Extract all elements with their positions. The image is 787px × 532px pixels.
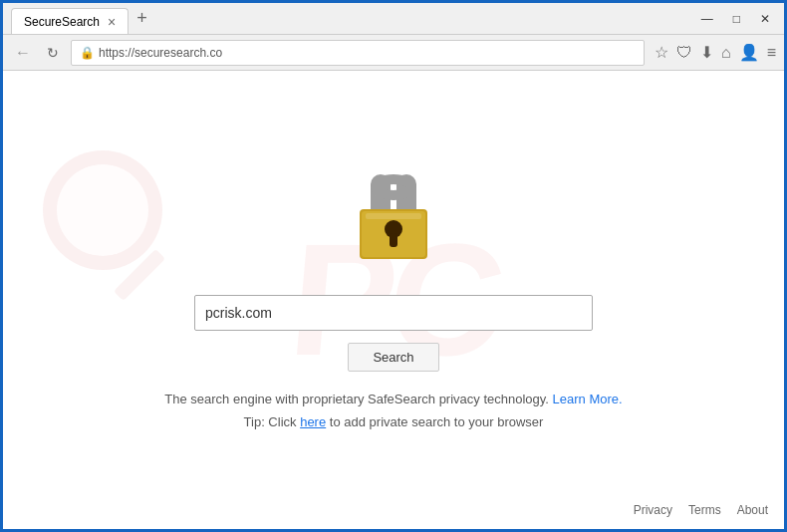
tab-title: SecureSearch xyxy=(24,15,100,29)
ssl-lock-icon: 🔒 xyxy=(80,46,95,60)
toolbar-icons: ☆ 🛡 ⬇ ⌂ 👤 ≡ xyxy=(655,43,776,62)
url-bar[interactable]: 🔒 https://securesearch.co xyxy=(71,40,645,66)
search-input[interactable] xyxy=(194,295,593,331)
refresh-button[interactable]: ↻ xyxy=(41,41,65,65)
info-text: The search engine with proprietary SafeS… xyxy=(164,392,622,406)
tab-bar: SecureSearch × + xyxy=(11,3,687,34)
close-button[interactable]: ✕ xyxy=(754,10,776,28)
info-text-content: The search engine with proprietary SafeS… xyxy=(164,392,549,406)
menu-icon[interactable]: ≡ xyxy=(767,44,776,62)
privacy-link[interactable]: Privacy xyxy=(634,503,672,517)
address-bar: ← ↻ 🔒 https://securesearch.co ☆ 🛡 ⬇ ⌂ 👤 … xyxy=(3,35,784,71)
title-bar: SecureSearch × + — □ ✕ xyxy=(3,3,784,35)
lock-container xyxy=(354,171,433,265)
back-button[interactable]: ← xyxy=(11,41,35,65)
svg-rect-6 xyxy=(390,233,397,247)
browser-window: SecureSearch × + — □ ✕ ← ↻ 🔒 https://sec… xyxy=(0,0,787,532)
maximize-button[interactable]: □ xyxy=(727,10,746,28)
learn-more-link[interactable]: Learn More. xyxy=(553,392,623,406)
new-tab-button[interactable]: + xyxy=(132,8,151,29)
minimize-button[interactable]: — xyxy=(695,10,719,28)
svg-rect-7 xyxy=(366,213,421,219)
search-container: Search xyxy=(194,295,593,372)
tip-text: Tip: Click here to add private search to… xyxy=(244,414,544,429)
shield-icon[interactable]: 🛡 xyxy=(676,44,692,62)
tab-close-button[interactable]: × xyxy=(108,15,116,29)
svg-rect-2 xyxy=(376,179,411,195)
watermark-handle xyxy=(114,249,165,301)
user-icon[interactable]: 👤 xyxy=(739,43,759,62)
terms-link[interactable]: Terms xyxy=(688,503,721,517)
bookmark-icon[interactable]: ☆ xyxy=(655,43,668,62)
footer: Privacy Terms About xyxy=(634,503,768,517)
about-link[interactable]: About xyxy=(737,503,768,517)
lock-icon xyxy=(354,171,433,261)
active-tab[interactable]: SecureSearch × xyxy=(11,8,129,34)
download-icon[interactable]: ⬇ xyxy=(700,43,713,62)
url-text: https://securesearch.co xyxy=(99,46,222,60)
window-controls: — □ ✕ xyxy=(695,10,776,28)
home-icon[interactable]: ⌂ xyxy=(721,44,731,62)
watermark-magnifier xyxy=(43,150,162,270)
page-content: PC Search T xyxy=(3,71,784,529)
here-link[interactable]: here xyxy=(300,414,326,429)
search-button[interactable]: Search xyxy=(348,343,438,372)
tip-before: Tip: Click xyxy=(244,414,297,429)
tip-after: to add private search to your browser xyxy=(330,414,544,429)
